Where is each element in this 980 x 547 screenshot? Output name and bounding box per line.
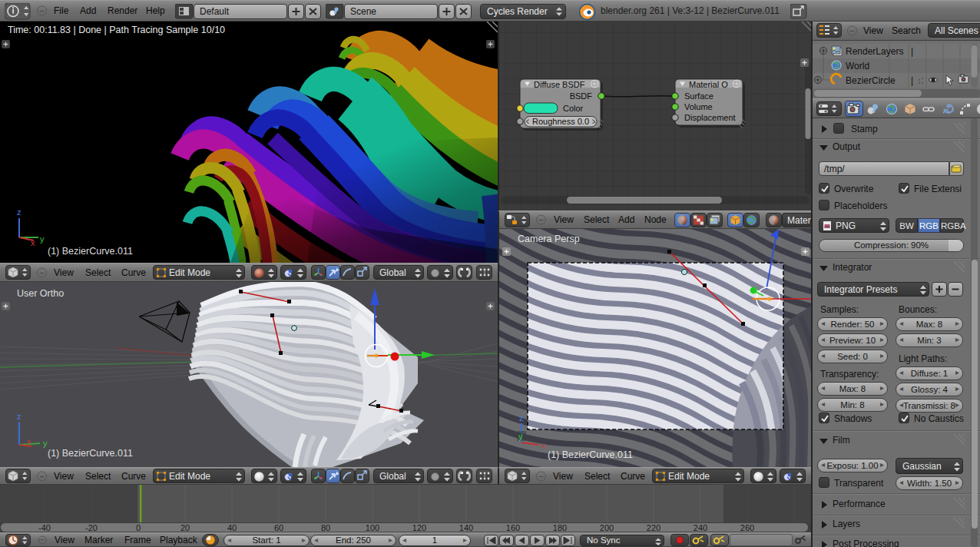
svg-text:260: 260	[740, 523, 754, 532]
svg-text:(1) BezierCurve.011: (1) BezierCurve.011	[48, 246, 133, 257]
svg-text:User Ortho: User Ortho	[17, 288, 64, 299]
svg-text:x: x	[31, 238, 35, 247]
svg-text:Color: Color	[563, 104, 584, 113]
svg-text:z: z	[17, 207, 22, 217]
svg-text:World: World	[846, 61, 869, 71]
svg-text:Displacement: Displacement	[684, 113, 736, 122]
svg-text:180: 180	[553, 523, 567, 532]
svg-text:y: y	[43, 439, 48, 448]
svg-text:20: 20	[180, 523, 190, 532]
svg-text:z: z	[519, 413, 524, 423]
svg-text:x: x	[27, 438, 31, 446]
svg-text:BezierCircle: BezierCircle	[846, 75, 896, 86]
svg-text:200: 200	[600, 523, 614, 532]
svg-text:80: 80	[321, 523, 330, 532]
svg-text:|: |	[911, 46, 913, 57]
svg-text:120: 120	[412, 523, 426, 532]
svg-text:Volume: Volume	[684, 102, 713, 111]
svg-text:-20: -20	[85, 523, 98, 532]
svg-text:Time: 00:11.83 | Done | Path T: Time: 00:11.83 | Done | Path Tracing Sam…	[8, 25, 225, 35]
svg-text:Camera Persp: Camera Persp	[518, 234, 580, 244]
svg-text:240: 240	[694, 523, 707, 532]
svg-text:160: 160	[506, 523, 520, 532]
svg-text:RenderLayers: RenderLayers	[846, 46, 903, 57]
svg-text:BSDF: BSDF	[570, 91, 593, 101]
svg-text:y: y	[40, 234, 45, 244]
svg-text:Surface: Surface	[684, 91, 713, 101]
svg-text:0: 0	[136, 523, 141, 532]
svg-text:Roughness 0.0: Roughness 0.0	[532, 117, 589, 126]
svg-text:100: 100	[366, 523, 379, 532]
svg-text:z: z	[17, 412, 22, 421]
svg-text:(1) BezierCurve.011: (1) BezierCurve.011	[548, 449, 633, 460]
svg-text:(1) BezierCurve.011: (1) BezierCurve.011	[48, 448, 133, 459]
svg-text:x: x	[541, 441, 546, 450]
svg-text:Diffuse BSDF: Diffuse BSDF	[534, 80, 585, 89]
svg-text:-40: -40	[38, 523, 51, 532]
svg-text:|: |	[911, 75, 913, 86]
svg-text:140: 140	[459, 523, 473, 532]
svg-text:40: 40	[227, 523, 237, 532]
svg-text:60: 60	[274, 523, 283, 532]
svg-text:220: 220	[647, 523, 661, 532]
svg-text:Material O: Material O	[689, 80, 728, 89]
svg-text:y: y	[518, 432, 523, 441]
